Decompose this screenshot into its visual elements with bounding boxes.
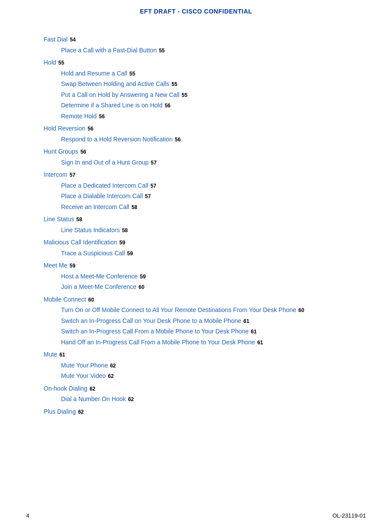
entry-page: 57 xyxy=(69,171,75,180)
entry-text: Mute Your Video xyxy=(61,371,106,381)
entry-page: 55 xyxy=(171,80,177,89)
toc-entry: Host a Meet-Me Conference59 xyxy=(44,271,357,282)
entry-text: On-hook Dialing xyxy=(44,383,87,394)
entry-page: 62 xyxy=(89,384,95,394)
toc-entry: Put a Call on Hold by Answering a New Ca… xyxy=(44,89,357,100)
toc-entry: Join a Meet-Me Conference60 xyxy=(44,281,357,292)
toc-entry: Sign In and Out of a Hunt Group57 xyxy=(44,157,357,168)
entry-page: 55 xyxy=(182,91,187,100)
entry-text: Hold xyxy=(44,57,56,68)
entry-text: Mobile Connect xyxy=(44,294,86,305)
toc-entry: Mobile Connect60 xyxy=(44,294,357,305)
entry-page: 57 xyxy=(145,192,151,201)
entry-page: 56 xyxy=(175,135,181,144)
entry-page: 56 xyxy=(80,148,86,157)
entry-page: 59 xyxy=(119,238,125,247)
entry-text: Respond to a Hold Reversion Notification xyxy=(61,134,173,145)
entry-text: Fast Dial xyxy=(44,34,68,45)
entry-page: 61 xyxy=(251,327,256,336)
toc-entry: Hunt Groups56 xyxy=(44,146,357,157)
toc-entry: Hold Reversion56 xyxy=(44,123,357,134)
entry-text: Hold Reversion xyxy=(44,123,85,134)
entry-page: 60 xyxy=(298,306,304,315)
toc-entry: On-hook Dialing62 xyxy=(44,383,357,394)
toc-entry: Intercom57 xyxy=(44,169,357,180)
entry-page: 55 xyxy=(159,46,164,55)
toc-entry: Switch an In-Progress Call From a Mobile… xyxy=(44,326,357,337)
entry-text: Hold and Resume a Call xyxy=(61,68,127,79)
entry-page: 56 xyxy=(99,112,105,121)
entry-text: Hand Off an In-Progress Call From a Mobi… xyxy=(61,337,255,348)
entry-page: 61 xyxy=(59,350,65,360)
entry-text: Line Status Indicators xyxy=(61,225,120,236)
entry-text: Meet Me xyxy=(44,260,67,271)
entry-page: 57 xyxy=(150,182,156,191)
toc-entry: Place a Dialable Intercom Call57 xyxy=(44,191,357,202)
entry-page: 58 xyxy=(76,215,82,224)
toc-entry: Mute Your Phone62 xyxy=(44,360,357,371)
entry-page: 58 xyxy=(122,226,128,235)
entry-text: Plus Dialing xyxy=(44,406,76,417)
entry-text: Receive an Intercom Call xyxy=(61,202,129,213)
entry-text: Switch an In-Progress Call on Your Desk … xyxy=(61,316,241,326)
entry-page: 54 xyxy=(70,35,75,45)
toc-content: Fast Dial54Place a Call with a Fast-Dial… xyxy=(0,19,392,443)
entry-text: Host a Meet-Me Conference xyxy=(61,271,138,282)
entry-text: Determine if a Shared Line is on Hold xyxy=(61,100,163,111)
page-header: EFT DRAFT - CISCO CONFIDENTIAL xyxy=(0,0,392,19)
entry-page: 61 xyxy=(243,317,249,326)
toc-entry: Mute61 xyxy=(44,349,357,360)
entry-text: Put a Call on Hold by Answering a New Ca… xyxy=(61,89,180,100)
entry-page: 56 xyxy=(165,101,170,110)
toc-entry: Line Status58 xyxy=(44,214,357,225)
entry-text: Sign In and Out of a Hunt Group xyxy=(61,157,149,168)
entry-page: 62 xyxy=(78,408,84,417)
entry-page: 62 xyxy=(108,372,114,381)
entry-page: 57 xyxy=(151,158,157,168)
toc-entry: Swap Between Holding and Active Calls55 xyxy=(44,79,357,89)
toc-entry: Fast Dial54 xyxy=(44,34,357,45)
entry-page: 59 xyxy=(69,261,75,271)
footer-left: 4 xyxy=(26,512,29,519)
entry-page: 60 xyxy=(139,283,144,292)
entry-text: Mute Your Phone xyxy=(61,360,108,371)
toc-entry: Plus Dialing62 xyxy=(44,406,357,417)
entry-text: Join a Meet-Me Conference xyxy=(61,281,136,292)
toc-entry: Turn On or Off Mobile Connect to All You… xyxy=(44,305,357,316)
entry-page: 59 xyxy=(127,249,133,258)
entry-text: Switch an In-Progress Call From a Mobile… xyxy=(61,326,249,337)
toc-entry: Hold55 xyxy=(44,57,357,68)
toc-entry: Place a Call with a Fast-Dial Button55 xyxy=(44,45,357,56)
entry-text: Turn On or Off Mobile Connect to All You… xyxy=(61,305,296,316)
entry-text: Dial a Number On Hook xyxy=(61,394,126,405)
toc-entry: Trace a Suspicious Call59 xyxy=(44,248,357,259)
entry-text: Remote Hold xyxy=(61,111,97,122)
toc-entry: Hand Off an In-Progress Call From a Mobi… xyxy=(44,337,357,348)
toc-entry: Receive an Intercom Call58 xyxy=(44,202,357,213)
entry-text: Intercom xyxy=(44,169,67,180)
entry-text: Malicious Call Identification xyxy=(44,237,117,248)
header-title: EFT DRAFT - CISCO CONFIDENTIAL xyxy=(140,8,252,15)
entry-page: 59 xyxy=(140,272,146,281)
entry-page: 55 xyxy=(130,69,135,79)
entry-page: 60 xyxy=(88,295,94,305)
toc-entry: Line Status Indicators58 xyxy=(44,225,357,236)
toc-entry: Malicious Call Identification59 xyxy=(44,237,357,248)
entry-page: 55 xyxy=(58,58,64,68)
toc-entry: Remote Hold56 xyxy=(44,111,357,122)
toc-entry: Mute Your Video62 xyxy=(44,371,357,381)
toc-entry: Switch an In-Progress Call on Your Desk … xyxy=(44,316,357,326)
entry-text: Mute xyxy=(44,349,57,360)
entry-page: 62 xyxy=(110,361,116,371)
entry-page: 61 xyxy=(257,338,263,347)
entry-text: Line Status xyxy=(44,214,74,225)
toc-entry: Hold and Resume a Call55 xyxy=(44,68,357,79)
entry-text: Place a Dedicated Intercom Call xyxy=(61,180,148,191)
entry-page: 58 xyxy=(131,203,137,212)
entry-page: 62 xyxy=(128,395,134,404)
entry-page: 56 xyxy=(88,124,93,134)
toc-entry: Place a Dedicated Intercom Call57 xyxy=(44,180,357,191)
page-footer: 4 OL-23119-01 xyxy=(0,512,392,519)
footer-right: OL-23119-01 xyxy=(332,512,366,519)
entry-text: Hunt Groups xyxy=(44,146,78,157)
